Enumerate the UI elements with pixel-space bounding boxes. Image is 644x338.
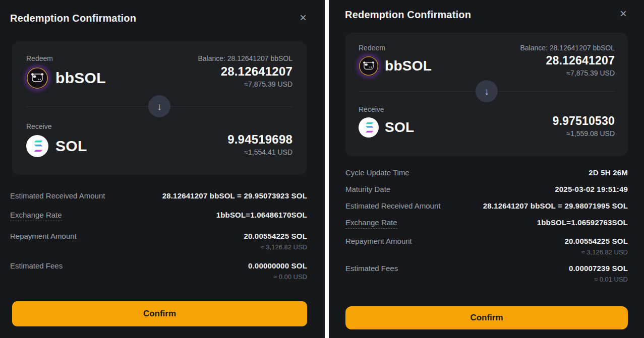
row-estimated-received: Estimated Received Amount 28.12641207 bb… — [345, 201, 628, 210]
arrow-down-icon: ↓ — [476, 80, 498, 102]
receive-amounts: 9.97510530 ≈1,559.08 USD — [552, 112, 615, 138]
receive-usd: ≈1,559.08 USD — [552, 129, 615, 138]
redeem-amounts: Balance: 28.12641207 bbSOL 28.12641207 ≈… — [520, 44, 615, 77]
swap-card: Redeem — [12, 41, 307, 175]
modal-title: Redemption Confirmation — [345, 9, 471, 21]
bbsol-token-icon — [359, 56, 379, 76]
panel-divider — [325, 0, 329, 338]
row-cycle-update-time: Cycle Update Time 2D 5H 26M — [345, 168, 628, 177]
confirm-button[interactable]: Confirm — [345, 306, 628, 329]
redemption-modal-left: Redemption Confirmation × Redeem — [0, 0, 325, 338]
row-exchange-rate: Exchange Rate 1bbSOL=1.06592763SOL — [345, 218, 628, 229]
close-icon[interactable]: × — [300, 13, 307, 23]
receive-token-name: SOL — [55, 138, 87, 155]
exchange-rate-tooltip-label[interactable]: Exchange Rate — [345, 218, 397, 229]
swap-card: Redeem — [345, 33, 628, 156]
row-estimated-fees: Estimated Fees 0.00000000 SOL ≈ 0.00 USD — [10, 261, 307, 281]
receive-side: Receive SOL — [26, 122, 87, 157]
redeem-amounts: Balance: 28.12641207 bbSOL 28.12641207 ≈… — [198, 54, 292, 88]
receive-amount: 9.97510530 — [552, 114, 615, 128]
redeem-label: Redeem — [359, 44, 432, 52]
redeem-side: Redeem — [26, 54, 106, 89]
redeem-label: Redeem — [26, 54, 106, 62]
receive-amounts: 9.94519698 ≈1,554.41 USD — [227, 130, 292, 156]
redeem-side: Redeem — [359, 44, 432, 76]
row-repayment-amount: Repayment Amount 20.00554225 SOL ≈ 3,126… — [10, 232, 307, 251]
confirm-button[interactable]: Confirm — [12, 301, 307, 326]
receive-label: Receive — [26, 122, 87, 130]
row-repayment-amount: Repayment Amount 20.00554225 SOL ≈ 3,126… — [345, 237, 628, 256]
sol-token-icon — [359, 117, 379, 138]
balance-text: Balance: 28.12641207 bbSOL — [520, 44, 615, 52]
redemption-comparison-page: Redemption Confirmation × Redeem — [0, 0, 644, 338]
redeem-token-name: bbSOL — [385, 58, 432, 74]
receive-section: Receive SOL 9. — [359, 105, 615, 138]
redeem-amount: 28.12641207 — [198, 64, 292, 79]
sol-token-icon — [26, 135, 48, 157]
close-icon[interactable]: × — [620, 9, 627, 19]
row-maturity-date: Maturity Date 2025-03-02 19:51:49 — [345, 185, 628, 193]
receive-section: Receive SOL 9. — [26, 122, 292, 157]
balance-text: Balance: 28.12641207 bbSOL — [198, 54, 292, 62]
redeem-section: Redeem — [359, 44, 615, 77]
bbsol-token-icon — [26, 67, 48, 89]
redeem-section: Redeem — [26, 54, 292, 89]
redeem-usd: ≈7,875.39 USD — [198, 80, 292, 88]
receive-side: Receive SOL — [359, 105, 414, 138]
modal-title: Redemption Confirmation — [10, 13, 136, 24]
receive-usd: ≈1,554.41 USD — [227, 148, 292, 156]
redeem-usd: ≈7,875.39 USD — [520, 69, 615, 77]
redeem-token-name: bbSOL — [55, 70, 106, 87]
row-estimated-fees: Estimated Fees 0.00007239 SOL ≈ 0.01 USD — [345, 264, 628, 283]
swap-divider: ↓ — [359, 80, 615, 102]
exchange-rate-tooltip-label[interactable]: Exchange Rate — [10, 211, 62, 221]
details-list: Estimated Received Amount 28.12641207 bb… — [10, 191, 307, 281]
row-estimated-received: Estimated Received Amount 28.12641207 bb… — [10, 191, 307, 200]
redemption-modal-right: Redemption Confirmation × Redeem — [329, 0, 644, 338]
redeem-amount: 28.12641207 — [520, 54, 615, 67]
swap-divider: ↓ — [26, 95, 292, 117]
receive-token-name: SOL — [385, 119, 414, 136]
receive-label: Receive — [359, 105, 414, 113]
row-exchange-rate: Exchange Rate 1bbSOL=1.06486170SOL — [10, 211, 307, 221]
details-list: Cycle Update Time 2D 5H 26M Maturity Dat… — [345, 168, 628, 283]
receive-amount: 9.94519698 — [227, 132, 292, 147]
arrow-down-icon: ↓ — [148, 95, 170, 117]
